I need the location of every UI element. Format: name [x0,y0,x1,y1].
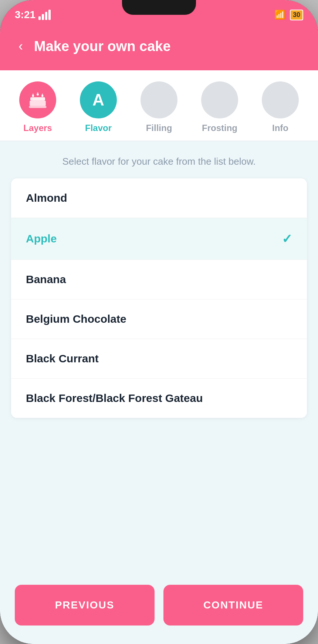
continue-button[interactable]: CONTINUE [163,585,303,625]
flavor-instruction: Select flavor for your cake from the lis… [0,141,318,178]
flavor-item-belgium-chocolate[interactable]: Belgium Chocolate [11,299,307,339]
flavor-item-black-forest[interactable]: Black Forest/Black Forest Gateau [11,379,307,418]
flavor-name-black-currant: Black Currant [26,352,99,365]
flavor-name-apple: Apple [26,232,57,245]
step-icon-flavor: A [92,91,104,109]
page-title: Make your own cake [34,38,171,54]
flavor-name-belgium-chocolate: Belgium Chocolate [26,313,126,325]
svg-rect-3 [30,97,45,101]
check-icon-apple: ✓ [282,231,292,246]
header-row: ‹ Make your own cake [15,37,303,56]
step-label-frosting: Frosting [202,123,237,133]
signal-icon [38,10,51,20]
phone-shell: 3:21 📶 30 ‹ Make your own cake [0,0,318,644]
cake-icon [27,89,48,111]
step-layers[interactable]: Layers [19,81,56,141]
step-circle-layers [19,81,56,118]
phone-screen: 3:21 📶 30 ‹ Make your own cake [0,0,318,644]
status-left: 3:21 [15,9,51,21]
flavor-name-black-forest: Black Forest/Black Forest Gateau [26,392,203,405]
svg-point-6 [33,94,34,96]
notch [122,0,196,15]
step-label-filling: Filling [146,123,172,133]
step-filling[interactable]: Filling [141,81,177,141]
status-right: 📶 30 [274,10,303,20]
svg-point-7 [37,92,38,95]
step-flavor[interactable]: A Flavor [80,81,117,141]
step-label-info: Info [272,123,288,133]
svg-point-8 [42,94,43,96]
step-circle-filling [141,81,177,118]
flavor-item-almond[interactable]: Almond [11,178,307,218]
svg-rect-5 [29,106,46,108]
back-button[interactable]: ‹ [15,37,27,56]
content-area: Select flavor for your cake from the lis… [0,141,318,574]
step-frosting[interactable]: Frosting [201,81,238,141]
bottom-buttons: PREVIOUS CONTINUE [0,574,318,644]
step-circle-info [262,81,299,118]
flavor-name-banana: Banana [26,273,66,286]
flavor-item-banana[interactable]: Banana [11,260,307,299]
step-label-layers: Layers [23,123,52,133]
step-label-flavor: Flavor [85,123,112,133]
svg-rect-4 [30,101,46,106]
status-time: 3:21 [15,9,35,21]
steps-nav: Layers A Flavor Filling Frosting [0,70,318,141]
step-info[interactable]: Info [262,81,299,141]
step-circle-frosting [201,81,238,118]
flavor-list: Almond Apple ✓ Banana Belgium Chocolate [11,178,307,418]
battery-icon: 30 [290,10,303,20]
previous-button[interactable]: PREVIOUS [15,585,155,625]
flavor-item-apple[interactable]: Apple ✓ [11,218,307,260]
step-circle-flavor: A [80,81,117,118]
app-header: ‹ Make your own cake [0,30,318,70]
flavor-item-black-currant[interactable]: Black Currant [11,339,307,379]
flavor-name-almond: Almond [26,192,67,204]
wifi-icon: 📶 [274,10,285,20]
